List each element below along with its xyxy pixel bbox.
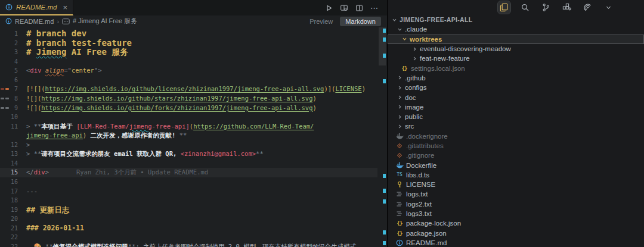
- extensions-icon[interactable]: [561, 1, 573, 14]
- code-line[interactable]: 17---: [0, 187, 387, 196]
- code-token: > **: [26, 123, 41, 130]
- tree-item--dockerignore[interactable]: .dockerignore: [388, 132, 644, 141]
- breadcrumb-file[interactable]: README.md: [15, 18, 54, 25]
- tree-item-worktrees[interactable]: worktrees: [388, 35, 644, 44]
- tree-item--github[interactable]: .github: [388, 73, 644, 83]
- tree-item--gitignore[interactable]: .gitignore: [388, 151, 644, 160]
- tree-item-label: Dockerfile: [406, 162, 436, 169]
- tree-item--gitattributes[interactable]: .gitattributes: [388, 141, 644, 151]
- breadcrumb-separator: ›: [57, 18, 59, 25]
- tree-item-libs-d-ts[interactable]: TSlibs.d.ts: [388, 170, 644, 180]
- tree-item-readme-md[interactable]: README.md: [388, 238, 644, 247]
- line-text: # Jimeng AI Free 服务: [26, 48, 128, 57]
- tree-item-package-lock-json[interactable]: {}package-lock.json: [388, 218, 644, 228]
- code-line[interactable]: 5<div align="center">: [0, 66, 387, 76]
- run-icon[interactable]: [325, 4, 333, 12]
- code-line[interactable]: 2# branch test-feature: [0, 39, 387, 48]
- code-line[interactable]: 13> **请有项目交流需求的朋友 email 获取入群 QR, <zinanz…: [0, 149, 387, 159]
- code-line[interactable]: 6: [0, 76, 387, 85]
- tree-item-label: .claude: [405, 26, 427, 33]
- close-icon[interactable]: ×: [63, 4, 67, 11]
- code-line[interactable]: 9![](https://img.shields.io/github/forks…: [0, 104, 387, 113]
- code-line[interactable]: 23- 🎨 **修复混合模式模型选择问题**: 之前上传参考图时会强制使用 2.…: [0, 242, 387, 247]
- tree-item-eventual-discovering-meadow[interactable]: eventual-discovering-meadow: [388, 44, 644, 54]
- line-number: 4: [0, 57, 18, 67]
- tree-item-label: logs3.txt: [406, 210, 432, 217]
- tree-item-logs3-txt[interactable]: logs3.txt: [388, 209, 644, 218]
- tree-item-label: .github: [405, 74, 426, 82]
- code-token: </: [26, 168, 34, 176]
- overview-ruler-mark: [383, 29, 386, 33]
- open-preview-icon[interactable]: [340, 4, 348, 12]
- tree-item-label: configs: [405, 84, 426, 91]
- code-line[interactable]: 15</div>Ryan Zhi, 3个月前 • Update README.m…: [0, 168, 377, 177]
- tree-item-package-json[interactable]: {}package.json: [388, 229, 644, 238]
- explorer-icon[interactable]: [498, 1, 510, 14]
- tree-item-image[interactable]: image: [388, 102, 644, 112]
- tree-item-feat-new-feature[interactable]: feat-new-feature: [388, 54, 644, 63]
- chevron-down-icon[interactable]: [602, 1, 615, 14]
- code-token: # branch test-feature: [26, 38, 132, 48]
- code-line[interactable]: 8![](https://img.shields.io/github/stars…: [0, 94, 387, 104]
- chevron-right-icon: [395, 112, 404, 121]
- code-line[interactable]: 11> **本项目基于 [LLM-Red-Team/jimeng-free-ap…: [0, 122, 387, 132]
- scrollbar-thumb[interactable]: [379, 27, 386, 65]
- code-line[interactable]: 21### 2026-01-11: [0, 224, 387, 233]
- code-line[interactable]: jimeng-free-api) 二次开发，感谢原作者的贡献! **: [0, 131, 387, 140]
- code-line[interactable]: 10: [0, 112, 387, 122]
- code-line[interactable]: 16: [0, 177, 387, 187]
- code-line[interactable]: 18: [0, 196, 387, 205]
- broadcast-icon[interactable]: [581, 1, 594, 14]
- code-line[interactable]: 1# branch dev: [0, 29, 387, 39]
- tab-readme[interactable]: README.md ×: [0, 0, 73, 15]
- mode-switch: Preview Markdown: [309, 17, 381, 26]
- tree-item-label: logs.txt: [406, 190, 428, 198]
- breadcrumb-symbol[interactable]: # Jimeng AI Free 服务: [73, 17, 137, 26]
- tree-item-label: README.md: [406, 239, 447, 246]
- tree-root[interactable]: JIMENG-FREE-API-ALL: [388, 15, 644, 24]
- code-token: ): [312, 104, 316, 111]
- tree-item-label: .gitattributes: [406, 142, 444, 149]
- source-control-icon[interactable]: [540, 1, 552, 14]
- code-line[interactable]: 3# Jimeng AI Free 服务: [0, 48, 387, 57]
- code-token: =": [64, 67, 72, 74]
- file-tree: JIMENG-FREE-API-ALL.claudeworktreesevent…: [388, 15, 644, 247]
- code-token: div: [30, 67, 41, 74]
- code-line[interactable]: 22: [0, 233, 387, 242]
- tree-item-doc[interactable]: doc: [388, 92, 644, 102]
- line-number: 1: [0, 29, 18, 39]
- chevron-down-icon: [390, 15, 398, 24]
- code-line[interactable]: 20: [0, 214, 387, 224]
- code-line[interactable]: 12>: [0, 140, 387, 150]
- tree-item-settings-local-json[interactable]: {}settings.local.json: [388, 63, 644, 73]
- chevron-right-icon: [410, 45, 419, 53]
- tree-item--claude[interactable]: .claude: [388, 24, 644, 34]
- markdown-chip[interactable]: Markdown: [340, 17, 381, 26]
- tree-item-license[interactable]: LICENSE: [388, 180, 644, 189]
- code-token: align: [45, 67, 64, 74]
- tree-item-logs-txt[interactable]: logs.txt: [388, 189, 644, 199]
- editor-scrollbar[interactable]: [378, 27, 387, 247]
- editor-actions: ⋯: [325, 0, 387, 15]
- breadcrumb[interactable]: README.md › # Jimeng AI Free 服务: [5, 17, 137, 26]
- preview-label[interactable]: Preview: [309, 18, 333, 25]
- code-line[interactable]: 4: [0, 57, 387, 67]
- line-number: 21: [0, 224, 18, 233]
- tree-item-label: package.json: [406, 230, 447, 237]
- docker-dim-file-icon: [395, 132, 404, 140]
- code-line[interactable]: 19## 更新日志: [0, 205, 387, 215]
- split-editor-icon[interactable]: [355, 4, 363, 12]
- overview-ruler-mark: [383, 199, 386, 204]
- tree-item-configs[interactable]: configs: [388, 83, 644, 92]
- tree-item-dockerfile[interactable]: Dockerfile: [388, 160, 644, 170]
- code-area[interactable]: 1# branch dev2# branch test-feature3# Ji…: [0, 27, 387, 247]
- code-line[interactable]: 14: [0, 159, 387, 168]
- line-number: 11: [0, 122, 18, 132]
- search-icon[interactable]: [519, 1, 531, 14]
- tree-item-src[interactable]: src: [388, 121, 644, 131]
- tree-item-public[interactable]: public: [388, 112, 644, 121]
- more-actions-icon[interactable]: ⋯: [370, 4, 379, 12]
- code-line[interactable]: 7[![](https://img.shields.io/github/lice…: [0, 85, 387, 94]
- tree-item-logs2-txt[interactable]: logs2.txt: [388, 199, 644, 209]
- line-number: 7: [0, 85, 18, 94]
